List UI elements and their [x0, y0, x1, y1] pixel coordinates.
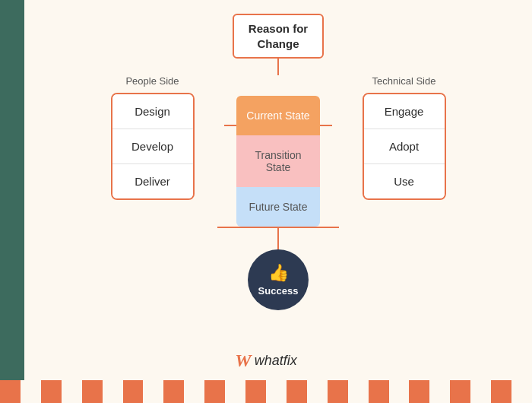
stripe-21 [409, 380, 429, 403]
reason-for-change-box: Reason for Change [233, 14, 324, 59]
stripe-15 [287, 380, 307, 403]
people-side: People Side Design Develop Deliver [81, 75, 224, 200]
transition-state-box: Transition State [236, 135, 320, 187]
people-side-box: Design Develop Deliver [111, 93, 195, 200]
current-state-box: Current State [236, 96, 320, 135]
stripe-14 [266, 380, 287, 403]
top-connector-line [277, 59, 279, 75]
people-item-develop: Develop [112, 129, 193, 164]
whatfix-w-icon: W [235, 351, 251, 371]
stripe-1 [0, 380, 21, 403]
bottom-v-connector [277, 227, 279, 249]
whatfix-logo: W whatfix [235, 351, 296, 371]
people-item-deliver: Deliver [112, 164, 193, 198]
middle-row: People Side Design Develop Deliver Curre… [81, 75, 476, 227]
left-sidebar [0, 0, 24, 380]
technical-item-use: Use [364, 164, 445, 198]
technical-item-adopt: Adopt [364, 129, 445, 164]
technical-side: Technical Side Engage Adopt Use [332, 75, 476, 200]
stripe-22 [429, 380, 450, 403]
reason-title: Reason for [249, 22, 308, 35]
main-content: Reason for Change People Side Design Dev… [24, 0, 532, 380]
stripe-17 [328, 380, 348, 403]
stripe-20 [389, 380, 410, 403]
stripe-6 [103, 380, 123, 403]
stripe-25 [491, 380, 511, 403]
success-circle: 👍 Success [248, 249, 309, 310]
future-state-box: Future State [236, 187, 320, 227]
stripe-13 [245, 380, 266, 403]
stripe-19 [369, 380, 389, 403]
stripe-4 [62, 380, 82, 403]
bottom-connector-area [179, 227, 377, 249]
stripe-10 [184, 380, 204, 403]
stripe-11 [204, 380, 225, 403]
bottom-stripe [0, 380, 532, 403]
stripe-26 [511, 380, 532, 403]
h-connector-right [320, 125, 332, 126]
stripe-5 [82, 380, 103, 403]
stripe-23 [450, 380, 470, 403]
stripe-2 [21, 380, 41, 403]
stripe-3 [41, 380, 62, 403]
states-column: Current State Transition State Future St… [236, 96, 320, 227]
stripe-7 [123, 380, 144, 403]
stripe-8 [143, 380, 163, 403]
whatfix-brand-text: whatfix [255, 353, 297, 369]
success-label: Success [258, 285, 299, 297]
reason-title2: Change [257, 37, 299, 50]
thumbs-up-icon: 👍 [268, 263, 289, 283]
stripe-9 [163, 380, 184, 403]
technical-side-box: Engage Adopt Use [363, 93, 446, 200]
stripe-24 [470, 380, 491, 403]
stripe-18 [348, 380, 369, 403]
stripe-12 [225, 380, 245, 403]
people-side-label: People Side [125, 75, 179, 87]
people-item-design: Design [112, 94, 193, 129]
technical-item-engage: Engage [364, 94, 445, 129]
h-connector-left [224, 125, 236, 126]
stripe-16 [307, 380, 328, 403]
technical-side-label: Technical Side [372, 75, 436, 87]
